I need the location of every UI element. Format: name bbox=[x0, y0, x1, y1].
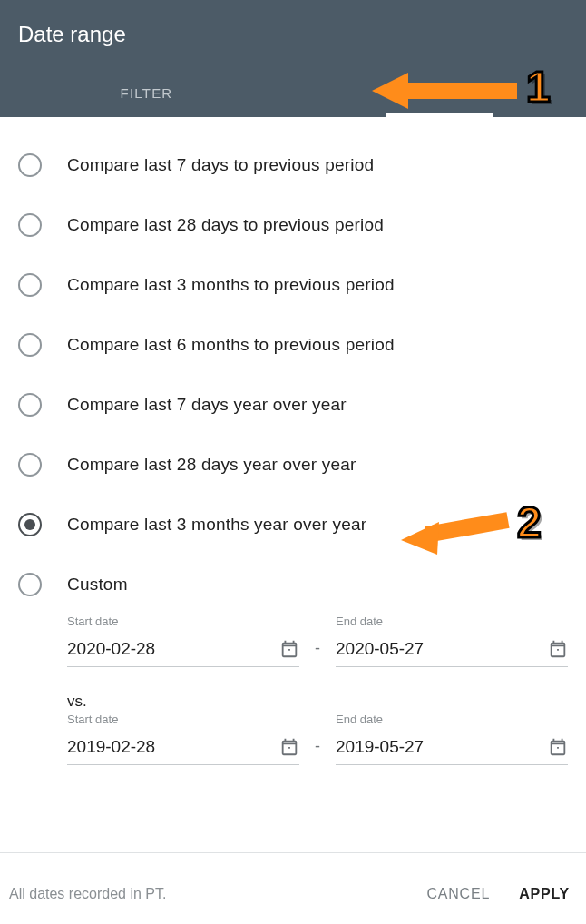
date-range-block: Start date 2020-02-28 - End date 2020-05… bbox=[18, 614, 568, 765]
radio[interactable] bbox=[18, 273, 42, 297]
footer-note: All dates recorded in PT. bbox=[9, 886, 166, 902]
radio[interactable] bbox=[18, 153, 42, 177]
date-row-compare: Start date 2019-02-28 - End date 2019-05… bbox=[67, 713, 568, 765]
start-date-value: 2020-02-28 bbox=[67, 639, 155, 659]
calendar-icon[interactable] bbox=[279, 639, 299, 659]
option-7days-yoy[interactable]: Compare last 7 days year over year bbox=[18, 375, 568, 435]
page-title: Date range bbox=[0, 0, 586, 69]
field-label: Start date bbox=[67, 713, 299, 726]
radio[interactable] bbox=[18, 393, 42, 417]
apply-button[interactable]: APPLY bbox=[519, 886, 570, 902]
tabs: FILTER COMPARE bbox=[0, 69, 586, 117]
option-label: Compare last 3 months year over year bbox=[67, 515, 366, 535]
end-date-value: 2019-05-27 bbox=[336, 737, 424, 757]
start-date-field[interactable]: Start date 2020-02-28 bbox=[67, 614, 299, 667]
radio[interactable] bbox=[18, 573, 42, 596]
option-label: Compare last 7 days year over year bbox=[67, 395, 347, 415]
radio[interactable] bbox=[18, 213, 42, 237]
option-7days-previous[interactable]: Compare last 7 days to previous period bbox=[18, 135, 568, 195]
calendar-icon[interactable] bbox=[279, 737, 299, 757]
field-label: End date bbox=[336, 614, 568, 628]
option-label: Compare last 6 months to previous period bbox=[67, 335, 395, 355]
field-label: Start date bbox=[67, 614, 299, 628]
divider bbox=[0, 852, 586, 853]
option-label: Compare last 7 days to previous period bbox=[67, 155, 374, 175]
end-date-value: 2020-05-27 bbox=[336, 639, 424, 659]
radio[interactable] bbox=[18, 453, 42, 477]
vs-label: vs. bbox=[67, 693, 568, 711]
options-list: Compare last 7 days to previous period C… bbox=[0, 117, 586, 765]
tab-compare[interactable]: COMPARE bbox=[293, 69, 586, 117]
radio[interactable] bbox=[18, 513, 42, 536]
end-date-field[interactable]: End date 2020-05-27 bbox=[336, 614, 568, 667]
tab-filter[interactable]: FILTER bbox=[0, 69, 293, 117]
option-label: Custom bbox=[67, 575, 128, 595]
start-date-field-compare[interactable]: Start date 2019-02-28 bbox=[67, 713, 299, 765]
cancel-button[interactable]: CANCEL bbox=[426, 886, 490, 902]
option-3months-previous[interactable]: Compare last 3 months to previous period bbox=[18, 255, 568, 315]
field-label: End date bbox=[336, 713, 568, 726]
calendar-icon[interactable] bbox=[548, 639, 568, 659]
date-row-primary: Start date 2020-02-28 - End date 2020-05… bbox=[67, 614, 568, 667]
header: Date range FILTER COMPARE bbox=[0, 0, 586, 117]
footer-actions: CANCEL APPLY bbox=[426, 886, 570, 902]
option-3months-yoy[interactable]: Compare last 3 months year over year bbox=[18, 495, 568, 555]
calendar-icon[interactable] bbox=[548, 737, 568, 757]
footer: All dates recorded in PT. CANCEL APPLY bbox=[0, 864, 586, 924]
option-6months-previous[interactable]: Compare last 6 months to previous period bbox=[18, 315, 568, 375]
option-label: Compare last 3 months to previous period bbox=[67, 275, 395, 295]
start-date-value: 2019-02-28 bbox=[67, 737, 155, 757]
range-dash: - bbox=[310, 737, 325, 765]
option-label: Compare last 28 days year over year bbox=[67, 455, 356, 475]
option-custom[interactable]: Custom bbox=[18, 555, 568, 614]
option-label: Compare last 28 days to previous period bbox=[67, 215, 384, 235]
option-28days-previous[interactable]: Compare last 28 days to previous period bbox=[18, 195, 568, 255]
range-dash: - bbox=[310, 639, 325, 667]
radio[interactable] bbox=[18, 333, 42, 357]
end-date-field-compare[interactable]: End date 2019-05-27 bbox=[336, 713, 568, 765]
option-28days-yoy[interactable]: Compare last 28 days year over year bbox=[18, 435, 568, 495]
